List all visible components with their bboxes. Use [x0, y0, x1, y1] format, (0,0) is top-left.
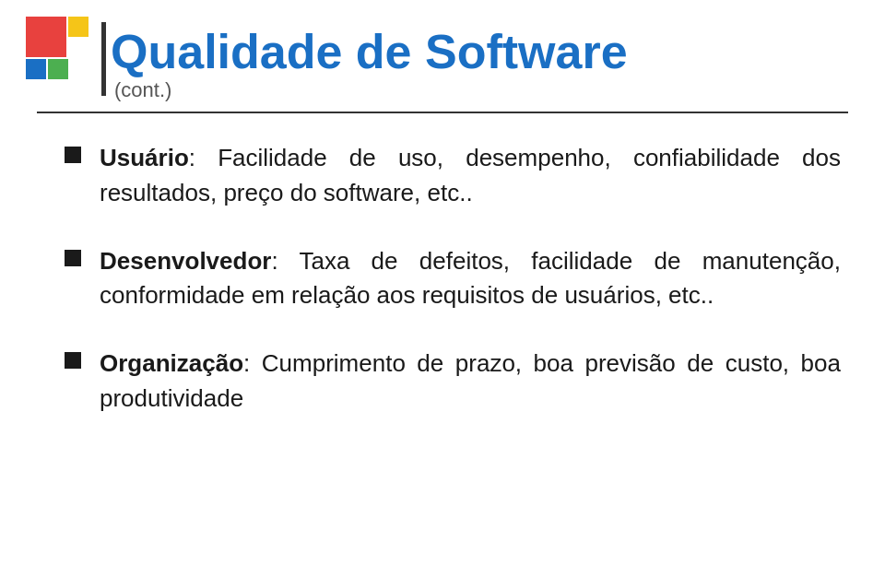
bullet-text-usuario: Usuário: Facilidade de uso, desempenho, … — [100, 141, 841, 210]
bullet-label-usuario: Usuário — [100, 144, 189, 171]
bullet-icon-organizacao — [65, 352, 81, 369]
bullet-desenvolvedor: Desenvolvedor: Taxa de defeitos, facilid… — [65, 244, 841, 313]
bullet-body-usuario: : Facilidade de uso, desempenho, confiab… — [100, 144, 841, 206]
bullet-usuario: Usuário: Facilidade de uso, desempenho, … — [65, 141, 841, 210]
content-area: Usuário: Facilidade de uso, desempenho, … — [0, 113, 885, 467]
slide: Qualidade de Software (cont.) Usuário: F… — [0, 0, 885, 588]
bullet-organizacao: Organização: Cumprimento de prazo, boa p… — [65, 347, 841, 416]
bullet-label-organizacao: Organização — [100, 349, 243, 377]
bullet-text-desenvolvedor: Desenvolvedor: Taxa de defeitos, facilid… — [100, 244, 841, 313]
bullet-icon-desenvolvedor — [65, 250, 81, 266]
header: Qualidade de Software (cont.) — [0, 0, 885, 102]
slide-subtitle: (cont.) — [114, 78, 171, 101]
bullet-icon-usuario — [65, 147, 81, 163]
slide-title: Qualidade de Software — [111, 26, 841, 78]
bullet-label-desenvolvedor: Desenvolvedor — [100, 247, 271, 275]
bullet-text-organizacao: Organização: Cumprimento de prazo, boa p… — [100, 347, 841, 416]
